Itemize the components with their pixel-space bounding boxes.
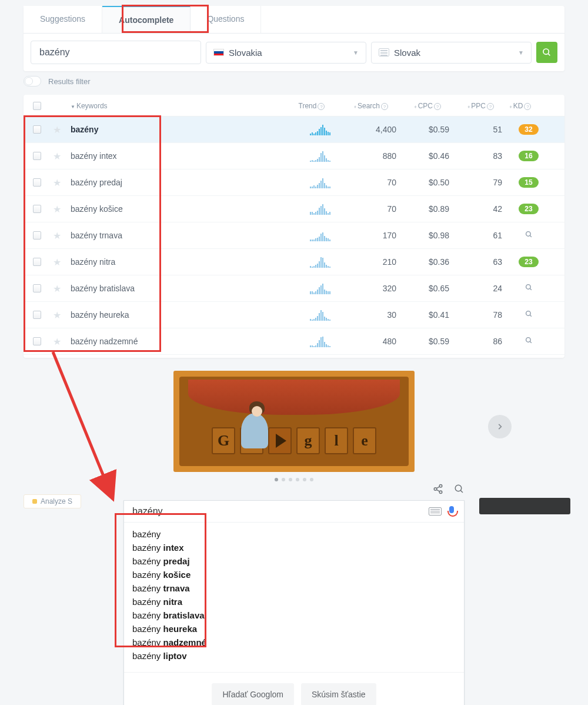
row-checkbox[interactable]: [33, 205, 41, 213]
search-button[interactable]: [536, 42, 557, 63]
google-suggestion-item[interactable]: bazény liptov: [132, 649, 456, 663]
trend-sparkline: [296, 282, 343, 294]
col-search[interactable]: ♦Search?: [335, 102, 388, 110]
cpc-value: $0.50: [396, 178, 449, 187]
google-suggestion-item[interactable]: bazény: [132, 527, 456, 541]
country-select[interactable]: Slovakia ▼: [206, 42, 366, 64]
language-select[interactable]: Slovak ▼: [371, 42, 532, 64]
google-suggestion-item[interactable]: bazény predaj: [132, 554, 456, 568]
star-icon[interactable]: ★: [53, 284, 61, 294]
kd-value: [502, 284, 555, 293]
filter-label: Results filter: [48, 77, 91, 86]
svg-point-14: [434, 488, 437, 491]
svg-line-19: [460, 490, 463, 493]
keyword-input[interactable]: [31, 41, 201, 64]
table-row[interactable]: ★bazény intex880$0.468316: [24, 143, 564, 169]
cpc-value: $0.36: [396, 257, 449, 267]
table-row[interactable]: ★bazény heureka30$0.4178: [24, 302, 564, 328]
col-kd[interactable]: ♦KD?: [494, 102, 547, 110]
cpc-value: $0.65: [396, 284, 449, 293]
table-row[interactable]: ★bazény košice70$0.894223: [24, 196, 564, 222]
row-checkbox[interactable]: [33, 178, 41, 187]
search-volume: 30: [343, 310, 396, 320]
keyboard-icon[interactable]: [429, 507, 442, 516]
google-suggestions-list: bazénybazény intexbazény predajbazény ko…: [124, 523, 464, 672]
keyword-text: bazény trnava: [71, 231, 122, 240]
col-trend[interactable]: Trend?: [288, 102, 335, 110]
cpc-value: $0.46: [396, 151, 449, 161]
google-suggestion-item[interactable]: bazény trnava: [132, 581, 456, 595]
star-icon[interactable]: ★: [53, 257, 61, 267]
row-checkbox[interactable]: [33, 258, 41, 266]
cpc-value: $0.41: [396, 310, 449, 320]
microphone-icon[interactable]: [447, 506, 456, 517]
tab-autocomplete[interactable]: Autocomplete: [102, 6, 191, 33]
keyword-text: bazény intex: [71, 151, 117, 161]
table-row[interactable]: ★bazér: [24, 355, 564, 358]
google-lucky-button[interactable]: Skúsim šťastie: [301, 683, 376, 705]
table-header: ▼Keywords Trend? ♦Search? ♦CPC? ♦PPC? ♦K…: [24, 95, 564, 117]
row-checkbox[interactable]: [33, 125, 41, 134]
select-all-checkbox[interactable]: [33, 102, 41, 110]
google-suggestion-item[interactable]: bazény bratislava: [132, 608, 456, 622]
trend-sparkline: [296, 124, 343, 135]
google-suggestion-item[interactable]: bazény nitra: [132, 595, 456, 608]
analyze-fragment: Analyze S: [24, 494, 81, 508]
keyword-text: bazény nitra: [71, 257, 115, 267]
table-row[interactable]: ★bazény4,400$0.595132: [24, 117, 564, 143]
table-row[interactable]: ★bazény trnava170$0.9861: [24, 222, 564, 249]
star-icon[interactable]: ★: [53, 151, 61, 161]
star-icon[interactable]: ★: [53, 310, 61, 320]
tab-suggestions[interactable]: Suggestions: [24, 6, 102, 33]
cpc-value: $0.98: [396, 231, 449, 240]
col-keywords[interactable]: ▼Keywords: [71, 102, 288, 110]
carousel-next-button[interactable]: [488, 415, 512, 438]
flag-icon: [213, 49, 224, 56]
cpc-value: $0.59: [396, 337, 449, 346]
svg-point-13: [439, 485, 442, 488]
row-checkbox[interactable]: [33, 231, 41, 240]
svg-point-6: [526, 311, 530, 316]
row-checkbox[interactable]: [33, 337, 41, 345]
table-row[interactable]: ★bazény predaj70$0.507915: [24, 169, 564, 196]
dark-panel-fragment: [479, 498, 570, 514]
search-icon[interactable]: [454, 484, 465, 494]
carousel-dots[interactable]: [106, 478, 482, 481]
google-search-input[interactable]: [132, 506, 423, 517]
tab-questions[interactable]: Questions: [191, 6, 261, 33]
kd-value: [502, 310, 555, 320]
google-search-box: bazénybazény intexbazény predajbazény ko…: [123, 500, 465, 705]
share-icon[interactable]: [433, 484, 443, 494]
cpc-value: $0.89: [396, 204, 449, 214]
svg-point-15: [439, 491, 442, 494]
search-volume: 880: [343, 151, 396, 161]
col-cpc[interactable]: ♦CPC?: [388, 102, 441, 110]
google-suggestion-item[interactable]: bazény heureka: [132, 622, 456, 636]
google-doodle[interactable]: Gogle: [173, 371, 415, 472]
star-icon[interactable]: ★: [53, 204, 61, 214]
ppc-value: 51: [449, 125, 502, 134]
table-row[interactable]: ★bazény nitra210$0.366323: [24, 249, 564, 275]
results-filter-toggle[interactable]: [24, 76, 41, 87]
star-icon[interactable]: ★: [53, 337, 61, 347]
ppc-value: 61: [449, 231, 502, 240]
col-ppc[interactable]: ♦PPC?: [441, 102, 494, 110]
star-icon[interactable]: ★: [53, 231, 61, 241]
google-search-button[interactable]: Hľadať Googlom: [212, 683, 294, 705]
row-checkbox[interactable]: [33, 152, 41, 160]
table-body[interactable]: ★bazény4,400$0.595132★bazény intex880$0.…: [24, 117, 564, 358]
row-checkbox[interactable]: [33, 311, 41, 319]
kd-value: [502, 231, 555, 240]
row-checkbox[interactable]: [33, 284, 41, 292]
svg-line-7: [530, 315, 532, 317]
google-box: Gogle bazénybazény intexbazény predajbaz…: [106, 371, 482, 705]
google-suggestion-item[interactable]: bazény nadzemné: [132, 636, 456, 649]
trend-sparkline: [296, 309, 343, 321]
star-icon[interactable]: ★: [53, 125, 61, 135]
table-row[interactable]: ★bazény nadzemné480$0.5986: [24, 328, 564, 355]
star-icon[interactable]: ★: [53, 178, 61, 188]
google-suggestion-item[interactable]: bazény košice: [132, 568, 456, 581]
google-suggestion-item[interactable]: bazény intex: [132, 541, 456, 554]
table-row[interactable]: ★bazény bratislava320$0.6524: [24, 275, 564, 302]
svg-line-16: [436, 487, 439, 488]
